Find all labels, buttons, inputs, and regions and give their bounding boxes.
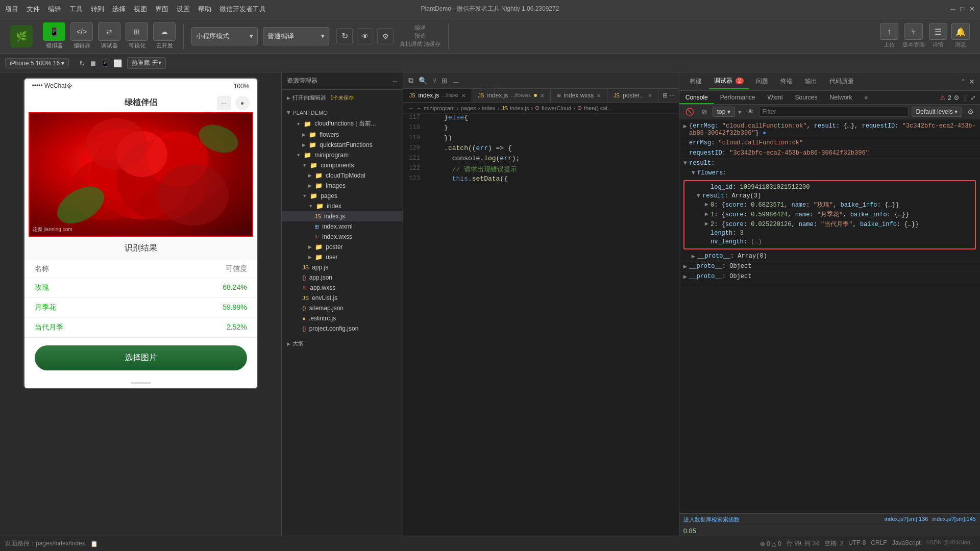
editor-tab-index-flowers[interactable]: JS index.js ...\flowers ✕ xyxy=(472,89,551,102)
phone-icon[interactable]: 📱 xyxy=(101,59,109,67)
devtools-tab-build[interactable]: 构建 xyxy=(684,74,707,89)
source-control-icon[interactable]: ⑂ xyxy=(431,76,437,86)
simulator-button[interactable]: 📱 xyxy=(43,22,65,41)
detail-button[interactable]: ☰ xyxy=(929,23,947,40)
expand-arr-1[interactable]: ▶ xyxy=(705,210,708,218)
tree-header-more[interactable]: ··· xyxy=(393,78,398,85)
menu-item-settings[interactable]: 设置 xyxy=(177,5,190,14)
tree-item-quickstart[interactable]: ▶ 📁 quickstartFunctions xyxy=(282,140,403,150)
mobile-debug-button[interactable]: ⚙ xyxy=(377,28,394,44)
close-button[interactable]: ✕ xyxy=(969,5,975,13)
tree-item-sitemap[interactable]: {} sitemap.json xyxy=(282,303,403,313)
console-expand-icon[interactable]: ⤢ xyxy=(970,94,976,102)
notification-button[interactable]: 🔔 xyxy=(951,23,970,40)
console-tab-console[interactable]: Console xyxy=(679,91,714,104)
nav-home-icon[interactable]: ● xyxy=(235,96,250,110)
tab-close-2[interactable]: ✕ xyxy=(540,93,544,98)
expand-flowers[interactable]: ▼ xyxy=(692,169,695,177)
editor-button[interactable]: </> xyxy=(70,22,93,41)
nav-menu-icon[interactable]: ··· xyxy=(217,96,231,110)
tree-item-miniprogram[interactable]: ▼ 📁 miniprogram xyxy=(282,150,403,160)
tree-item-cloudfunctions[interactable]: ▼ 📁 cloudfunctions | 当前... xyxy=(282,118,403,130)
split-editor-icon[interactable]: ⧉ xyxy=(407,75,414,86)
hot-reload-select[interactable]: 热重载 开▾ xyxy=(127,57,165,69)
tree-item-index-folder[interactable]: ▼ 📁 index xyxy=(282,201,403,211)
tree-item-flowers[interactable]: ▶ 📁 flowers xyxy=(282,130,403,140)
menu-item-goto[interactable]: 转到 xyxy=(91,5,104,14)
editor-tab-index-js[interactable]: JS index.js ...\index ✕ xyxy=(403,89,472,102)
breadcrumb-then[interactable]: then() cal... xyxy=(584,105,612,111)
compile-select[interactable]: 普通编译 ▾ xyxy=(263,27,329,45)
tree-item-index-js[interactable]: JS index.js xyxy=(282,211,403,221)
project-title[interactable]: ▶ PLANTDEMO xyxy=(282,108,403,118)
devtools-tab-debugger[interactable]: 调试器 2 xyxy=(709,73,749,89)
tree-item-pages[interactable]: ▼ 📁 pages xyxy=(282,191,403,201)
tree-item-cloudtipmodal[interactable]: ▶ 📁 cloudTipModal xyxy=(282,170,403,181)
refresh-button[interactable]: ↻ xyxy=(336,28,353,44)
menu-item-project[interactable]: 项目 xyxy=(5,5,18,14)
tree-item-app-js[interactable]: JS app.js xyxy=(282,262,403,272)
expand-1[interactable]: ▶ xyxy=(683,122,687,130)
devtools-collapse-icon[interactable]: ⌃ xyxy=(961,78,966,85)
context-select[interactable]: top ▾ xyxy=(713,107,735,117)
minimize-button[interactable]: ─ xyxy=(950,5,955,13)
version-button[interactable]: ⑂ xyxy=(904,23,923,40)
menu-item-tools[interactable]: 工具 xyxy=(69,5,83,14)
expand-arr-2[interactable]: ▶ xyxy=(705,220,708,228)
console-clear-icon[interactable]: 🚫 xyxy=(683,107,696,117)
tree-item-eslintrc[interactable]: ● .eslintrc.js xyxy=(282,313,403,323)
menu-item-edit[interactable]: 编辑 xyxy=(48,5,61,14)
visual-button[interactable]: ⊞ xyxy=(126,22,148,41)
breadcrumb-file[interactable]: index.js xyxy=(510,105,529,111)
devtools-tab-issues[interactable]: 问题 xyxy=(751,74,773,89)
expand-result-arr[interactable]: ▼ xyxy=(697,192,700,199)
tree-item-index-wxml[interactable]: ⊞ index.wxml xyxy=(282,221,403,232)
eye-icon[interactable]: 👁 xyxy=(745,107,756,117)
mode-select[interactable]: 小程序模式 ▾ xyxy=(191,27,258,45)
tree-item-project-config[interactable]: {} project.config.json xyxy=(282,323,403,334)
upload-button[interactable]: ↑ xyxy=(880,23,898,40)
menu-item-view[interactable]: 视图 xyxy=(134,5,147,14)
devtools-tab-output[interactable]: 输出 xyxy=(800,74,822,89)
bottom-left-text[interactable]: 进入数据库检索索函数 xyxy=(683,516,740,523)
outline-title[interactable]: ▶ 大纲 xyxy=(282,338,403,349)
tree-item-images[interactable]: ▶ 📁 images xyxy=(282,181,403,191)
more-actions-icon[interactable]: ⚊ xyxy=(452,76,460,86)
expand-proto3[interactable]: ▶ xyxy=(683,273,687,281)
bottom-right-link-2[interactable]: index.js?[sm]:145 xyxy=(932,516,976,523)
breadcrumb-pages[interactable]: pages xyxy=(461,105,476,111)
tree-item-envlist[interactable]: JS envList.js xyxy=(282,293,403,303)
code-editor[interactable]: 117 }else{ 118 } 119 }) 120 .catch((err)… xyxy=(403,114,679,536)
tree-item-app-wxss[interactable]: ≋ app.wxss xyxy=(282,283,403,293)
tree-item-poster[interactable]: ▶ 📁 poster xyxy=(282,242,403,252)
menu-item-interface[interactable]: 界面 xyxy=(155,5,168,14)
devtools-tab-terminal[interactable]: 终端 xyxy=(775,74,798,89)
expand-arr-0[interactable]: ▶ xyxy=(705,201,708,208)
tree-item-components[interactable]: ▼ 📁 components xyxy=(282,160,403,170)
maximize-button[interactable]: □ xyxy=(960,5,964,13)
console-filter-icon[interactable]: ⊘ xyxy=(699,107,709,117)
console-options-icon[interactable]: ⋮ xyxy=(962,94,968,102)
status-file-icon[interactable]: 📋 xyxy=(90,540,98,547)
breadcrumb-nav-forward[interactable]: → xyxy=(416,105,422,111)
menu-item-select[interactable]: 选择 xyxy=(112,5,126,14)
bottom-right-link-1[interactable]: index.js?[sm]:136 xyxy=(885,516,928,523)
editor-tab-poster[interactable]: JS poster... ✕ xyxy=(607,89,658,102)
cloud-button[interactable]: ☁ xyxy=(153,22,176,41)
tree-item-app-json[interactable]: {} app.json xyxy=(282,272,403,283)
tab-close-3[interactable]: ✕ xyxy=(597,93,601,98)
breadcrumb-index[interactable]: index xyxy=(482,105,495,111)
tree-item-user[interactable]: ▶ 📁 user xyxy=(282,252,403,262)
filter-input[interactable] xyxy=(759,107,909,117)
menu-item-file[interactable]: 文件 xyxy=(27,5,40,14)
tab-close-4[interactable]: ✕ xyxy=(648,93,652,98)
menu-item-wechat-devtools[interactable]: 微信开发者工具 xyxy=(219,5,266,14)
debugger-button[interactable]: ⇄ xyxy=(98,22,120,41)
menu-item-help[interactable]: 帮助 xyxy=(198,5,211,14)
console-tab-network[interactable]: Network xyxy=(824,91,859,104)
tab-close-1[interactable]: ✕ xyxy=(461,93,465,98)
stop-icon[interactable]: ⏹ xyxy=(89,59,96,67)
console-settings-gear[interactable]: ⚙ xyxy=(965,107,976,117)
console-tab-sources[interactable]: Sources xyxy=(789,91,823,104)
console-tab-wxml[interactable]: Wxml xyxy=(761,91,789,104)
